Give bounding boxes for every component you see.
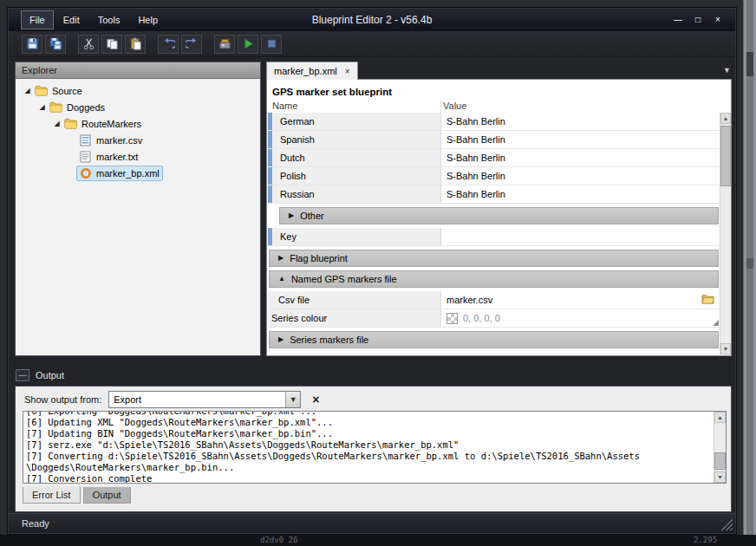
status-text: Ready — [22, 518, 49, 529]
export-stop-icon — [265, 37, 278, 50]
tab-marker-bp-xml[interactable]: marker_bp.xml × — [266, 62, 358, 80]
grid-column-headers: Name Value — [267, 101, 731, 114]
tree-item-label: marker.txt — [96, 152, 138, 162]
save-all-icon — [49, 37, 62, 50]
property-value-cell[interactable]: S-Bahn Berlin — [441, 149, 720, 166]
tree-item-doggeds[interactable]: ◢Doggeds — [16, 99, 260, 115]
grid-scrollbar-thumb[interactable] — [720, 126, 731, 186]
tab-output[interactable]: Output — [83, 487, 131, 504]
group-row-other[interactable]: ▶Other — [279, 207, 719, 224]
tree-item-marker-bp-xml[interactable]: marker_bp.xml — [16, 165, 260, 181]
cut-button[interactable] — [78, 35, 99, 54]
tree-item-marker-csv[interactable]: marker.csv — [16, 132, 260, 148]
background-scrollbar-mark — [746, 258, 753, 269]
cut-icon — [82, 37, 95, 50]
save-button[interactable] — [22, 35, 42, 54]
maximize-icon: □ — [695, 16, 701, 24]
resize-grip[interactable] — [721, 519, 733, 530]
tab-list-dropdown-icon[interactable]: ▼ — [723, 66, 731, 75]
console-line: [7] Updating BIN "Doggeds\RouteMarkers\m… — [26, 428, 713, 439]
minimize-icon: — — [674, 16, 682, 24]
paste-button[interactable] — [125, 35, 146, 54]
menu-item-edit[interactable]: Edit — [55, 10, 88, 29]
property-row-dutch: DutchS-Bahn Berlin — [268, 149, 720, 167]
tree-item-routemarkers[interactable]: ◢RouteMarkers — [16, 115, 260, 132]
output-source-combo[interactable]: Export ▼ — [108, 391, 301, 408]
show-output-label: Show output from: — [24, 394, 101, 405]
redo-button[interactable] — [181, 35, 202, 54]
tree-expander-icon[interactable]: ◢ — [52, 120, 62, 127]
property-value-cell[interactable]: S-Bahn Berlin — [441, 185, 720, 203]
tab-label: marker_bp.xml — [274, 66, 337, 76]
property-name: Dutch — [280, 153, 305, 163]
paste-icon — [129, 37, 142, 50]
toolbar — [9, 31, 735, 57]
property-value: S-Bahn Berlin — [446, 153, 505, 163]
tab-error-list[interactable]: Error List — [23, 487, 81, 504]
tree-item-marker-txt[interactable]: marker.txt — [16, 148, 260, 165]
menu-item-tools[interactable]: Tools — [89, 10, 129, 29]
tree-item-label: Source — [52, 86, 82, 96]
window-close-button[interactable]: × — [709, 14, 727, 27]
menu-item-file[interactable]: File — [21, 10, 54, 29]
group-row-series-markers-file[interactable]: ▶Series markers file — [269, 331, 719, 348]
combo-dropdown-icon[interactable]: ▼ — [285, 392, 300, 407]
clear-output-button[interactable]: × — [312, 393, 319, 406]
background-scrollbar-thumb — [746, 52, 753, 76]
folder-icon — [49, 101, 63, 114]
console-line: [7] Conversion complete — [26, 473, 713, 483]
tree-expander-icon[interactable]: ◢ — [23, 88, 32, 94]
tree-item-content: Source — [32, 83, 86, 99]
scroll-up-icon[interactable]: ▲ — [714, 412, 726, 423]
save-all-button[interactable] — [45, 35, 66, 54]
scroll-down-icon[interactable]: ▼ — [720, 343, 731, 354]
property-value-cell[interactable]: S-Bahn Berlin — [441, 167, 720, 185]
tree-expander-icon[interactable]: ◢ — [37, 104, 47, 111]
scroll-up-icon[interactable]: ▲ — [720, 113, 731, 124]
tree-item-content: marker.txt — [76, 149, 141, 165]
undo-button[interactable] — [158, 35, 179, 54]
output-panel: Show output from: Export ▼ × [6] Exporti… — [15, 386, 732, 512]
property-value-cell[interactable]: S-Bahn Berlin — [441, 131, 720, 148]
xml-file-icon — [78, 167, 93, 179]
title-bar[interactable]: FileEditToolsHelp Blueprint Editor 2 - v… — [9, 9, 735, 31]
export-run-button[interactable] — [238, 35, 258, 54]
scroll-down-icon[interactable]: ▼ — [714, 471, 726, 483]
explorer-panel: Explorer ◢Source◢Doggeds◢RouteMarkersmar… — [15, 62, 261, 356]
undo-icon — [162, 37, 175, 50]
copy-icon — [106, 37, 119, 50]
column-header-value[interactable]: Value — [443, 101, 466, 111]
tree-item-source[interactable]: ◢Source — [16, 82, 260, 99]
colour-swatch[interactable] — [446, 313, 458, 324]
window-minimize-button[interactable]: — — [669, 14, 687, 27]
copy-button[interactable] — [101, 35, 122, 54]
property-row-spanish: SpanishS-Bahn Berlin — [268, 131, 720, 149]
console-scrollbar-thumb[interactable] — [714, 452, 726, 470]
property-name: Csv file — [278, 295, 310, 305]
open-folder-icon[interactable] — [701, 294, 714, 306]
property-value-cell[interactable] — [441, 228, 720, 245]
console-scrollbar[interactable]: ▲ ▼ — [714, 412, 726, 483]
property-name-cell: Spanish — [268, 131, 441, 148]
property-value-cell[interactable]: 0, 0, 0, 0 — [441, 309, 720, 327]
group-row-named-gps-markers-file[interactable]: ▲Named GPS markers file — [269, 270, 719, 288]
output-collapse-button[interactable]: — — [16, 369, 29, 381]
console-line: [6] Updating XML "Doggeds\RouteMarkers\m… — [26, 417, 713, 428]
property-row-polish: PolishS-Bahn Berlin — [268, 167, 720, 185]
column-header-name[interactable]: Name — [272, 101, 297, 111]
property-value: S-Bahn Berlin — [446, 134, 505, 145]
grid-scrollbar[interactable]: ▲ ▼ — [720, 113, 731, 354]
output-console[interactable]: [6] Exporting "Doggeds\RouteMarkers\mark… — [26, 412, 713, 483]
export-button[interactable] — [214, 35, 235, 54]
csv-file-icon — [78, 134, 93, 146]
property-name: Series colour — [271, 313, 327, 323]
menu-item-help[interactable]: Help — [129, 10, 166, 29]
tree-item-label: Doggeds — [67, 102, 105, 113]
property-name-cell: Dutch — [268, 149, 441, 166]
group-row-flag-blueprint[interactable]: ▶Flag blueprint — [269, 250, 719, 267]
window-maximize-button[interactable]: □ — [689, 14, 707, 27]
property-value-cell[interactable]: marker.csv — [441, 291, 720, 309]
export-stop-button[interactable] — [261, 35, 282, 54]
tab-close-icon[interactable]: × — [345, 67, 350, 76]
property-value-cell[interactable]: S-Bahn Berlin — [441, 113, 720, 130]
